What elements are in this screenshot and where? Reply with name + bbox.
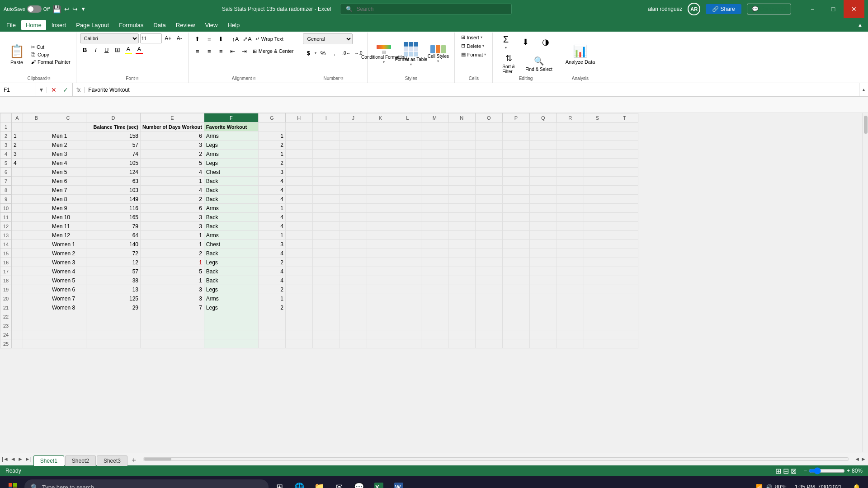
cell-P24[interactable] <box>502 330 529 339</box>
cell-C8[interactable]: Men 7 <box>50 186 86 195</box>
cell-S21[interactable] <box>584 303 611 312</box>
wrap-text-button[interactable]: ↵ Wrap Text <box>254 36 296 42</box>
cell-H12[interactable] <box>285 222 312 231</box>
cell-D6[interactable]: 124 <box>86 168 141 177</box>
insert-button[interactable]: ⊞ Insert ▾ <box>458 33 489 41</box>
cell-I22[interactable] <box>312 312 340 321</box>
col-header-G[interactable]: G <box>258 113 285 122</box>
cell-F19[interactable]: Legs <box>204 285 258 294</box>
cell-C21[interactable]: Women 8 <box>50 303 86 312</box>
row-number-15[interactable]: 15 <box>0 249 12 258</box>
cell-M8[interactable] <box>421 186 448 195</box>
row-number-24[interactable]: 24 <box>0 330 12 339</box>
cell-R15[interactable] <box>557 249 584 258</box>
col-header-R[interactable]: R <box>557 113 584 122</box>
taskbar-task-view[interactable]: ⊞ <box>269 476 289 488</box>
menu-page-layout[interactable]: Page Layout <box>71 20 113 30</box>
cell-J8[interactable] <box>340 186 367 195</box>
cell-M23[interactable] <box>421 321 448 330</box>
cell-M15[interactable] <box>421 249 448 258</box>
cell-L9[interactable] <box>394 195 421 204</box>
collapse-ribbon[interactable]: ▲ <box>854 20 866 29</box>
cell-L3[interactable] <box>394 141 421 150</box>
cell-H4[interactable] <box>285 150 312 159</box>
cell-J20[interactable] <box>340 294 367 303</box>
cell-N2[interactable] <box>448 131 475 141</box>
cell-P19[interactable] <box>502 285 529 294</box>
cell-D5[interactable]: 105 <box>86 159 141 168</box>
cell-F15[interactable]: Back <box>204 249 258 258</box>
cell-K9[interactable] <box>367 195 394 204</box>
cell-C10[interactable]: Men 9 <box>50 204 86 213</box>
col-header-A[interactable]: A <box>12 113 23 122</box>
cell-Q16[interactable] <box>529 258 557 267</box>
window-controls[interactable]: − □ ✕ <box>802 0 864 18</box>
cell-E23[interactable] <box>141 321 204 330</box>
cell-N22[interactable] <box>448 312 475 321</box>
formula-expand-button[interactable]: ▲ <box>859 83 868 97</box>
cell-S25[interactable] <box>584 339 611 348</box>
cell-H19[interactable] <box>285 285 312 294</box>
cell-G8[interactable]: 4 <box>258 186 285 195</box>
cell-S2[interactable] <box>584 131 611 141</box>
insert-dropdown[interactable]: ▾ <box>481 35 482 39</box>
cell-T23[interactable] <box>611 321 638 330</box>
cell-K1[interactable] <box>367 122 394 131</box>
cell-J21[interactable] <box>340 303 367 312</box>
cell-R19[interactable] <box>557 285 584 294</box>
cell-O1[interactable] <box>475 122 502 131</box>
cell-D17[interactable]: 57 <box>86 267 141 276</box>
cell-S23[interactable] <box>584 321 611 330</box>
cell-Q14[interactable] <box>529 240 557 249</box>
cell-styles-dropdown[interactable]: ▾ <box>437 59 439 63</box>
col-header-B[interactable]: B <box>23 113 50 122</box>
cell-F6[interactable]: Chest <box>204 168 258 177</box>
cell-H5[interactable] <box>285 159 312 168</box>
cell-C22[interactable] <box>50 312 86 321</box>
row-number-16[interactable]: 16 <box>0 258 12 267</box>
cell-Q5[interactable] <box>529 159 557 168</box>
cell-D11[interactable]: 165 <box>86 213 141 222</box>
cell-T22[interactable] <box>611 312 638 321</box>
cancel-formula-button[interactable]: ✕ <box>49 85 59 95</box>
cell-O12[interactable] <box>475 222 502 231</box>
cell-K19[interactable] <box>367 285 394 294</box>
col-header-P[interactable]: P <box>502 113 529 122</box>
cell-C7[interactable]: Men 6 <box>50 177 86 186</box>
format-as-table-button[interactable]: Format as Table ▾ <box>398 41 424 67</box>
cell-D23[interactable] <box>86 321 141 330</box>
cell-E8[interactable]: 4 <box>141 186 204 195</box>
cell-E6[interactable]: 4 <box>141 168 204 177</box>
menu-file[interactable]: File <box>2 20 20 30</box>
delete-dropdown[interactable]: ▾ <box>482 44 484 48</box>
cell-S13[interactable] <box>584 231 611 240</box>
cell-S16[interactable] <box>584 258 611 267</box>
cell-A18[interactable] <box>12 276 23 285</box>
cell-T16[interactable] <box>611 258 638 267</box>
cell-M13[interactable] <box>421 231 448 240</box>
cell-G17[interactable]: 4 <box>258 267 285 276</box>
cell-L25[interactable] <box>394 339 421 348</box>
cell-B23[interactable] <box>23 321 50 330</box>
cell-O13[interactable] <box>475 231 502 240</box>
cell-R8[interactable] <box>557 186 584 195</box>
cell-I17[interactable] <box>312 267 340 276</box>
cell-P21[interactable] <box>502 303 529 312</box>
cell-A10[interactable] <box>12 204 23 213</box>
cell-S10[interactable] <box>584 204 611 213</box>
cell-K3[interactable] <box>367 141 394 150</box>
cell-J19[interactable] <box>340 285 367 294</box>
row-number-6[interactable]: 6 <box>0 168 12 177</box>
cell-D8[interactable]: 103 <box>86 186 141 195</box>
cell-T20[interactable] <box>611 294 638 303</box>
cell-F24[interactable] <box>204 330 258 339</box>
cell-B11[interactable] <box>23 213 50 222</box>
next-sheet-button[interactable]: ► <box>18 456 23 462</box>
cut-button[interactable]: ✂ Cut <box>29 44 72 51</box>
system-tray-icons[interactable]: 📶 🔊 80°F <box>752 476 790 488</box>
cell-H22[interactable] <box>285 312 312 321</box>
cell-N20[interactable] <box>448 294 475 303</box>
cell-B24[interactable] <box>23 330 50 339</box>
cell-C6[interactable]: Men 5 <box>50 168 86 177</box>
cell-S20[interactable] <box>584 294 611 303</box>
